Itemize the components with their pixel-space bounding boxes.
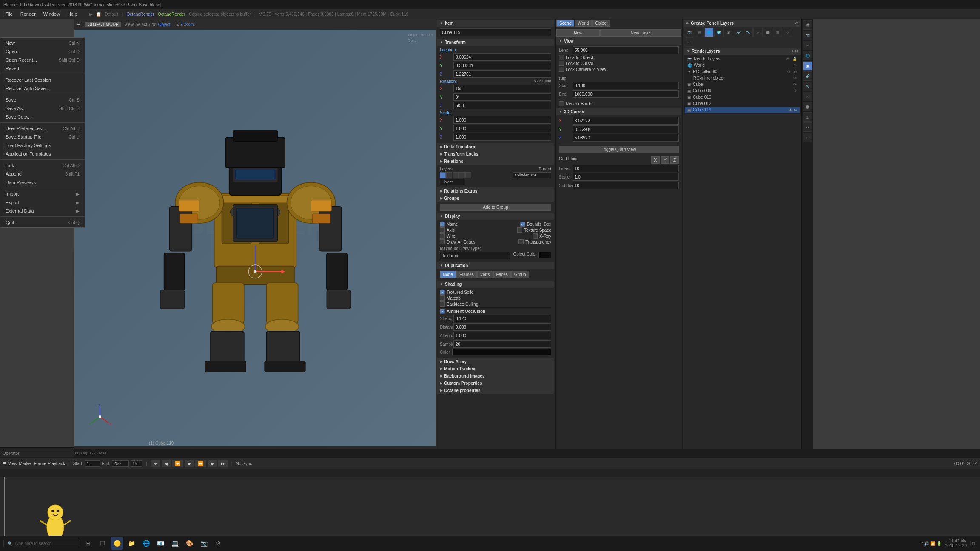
mode-selector[interactable]: OBJECT MODE	[85, 22, 121, 27]
location-y-input[interactable]	[453, 62, 551, 69]
taskbar-windows-icon[interactable]: ⊞	[82, 537, 94, 550]
prop-icon-render2[interactable]: 🎬	[695, 28, 704, 37]
menu-item-save-startup[interactable]: Save Startup FileCtrl U	[0, 133, 85, 141]
scene-item-renderlayers[interactable]: 📷 RenderLayers 👁 🔒	[685, 56, 800, 62]
taskbar-app-6[interactable]: 📷	[197, 537, 210, 550]
menu-item-external-data[interactable]: External Data▶	[0, 207, 85, 215]
menu-item-data-previews[interactable]: Data Previews	[0, 178, 85, 187]
axis-checkbox[interactable]	[440, 227, 445, 233]
ao-strength-input[interactable]	[453, 315, 551, 322]
duplication-frames-btn[interactable]: Frames	[456, 271, 477, 278]
lock-to-cursor-checkbox[interactable]	[559, 61, 564, 66]
render-border-checkbox[interactable]	[559, 101, 564, 106]
viewport[interactable]: ☰ | OBJECT MODE View Select Add Object Z…	[74, 19, 436, 457]
menu-item-import[interactable]: Import▶	[0, 190, 85, 198]
start-menu[interactable]: 🔍 Type here to search	[3, 540, 80, 547]
cursor-z-input[interactable]	[573, 134, 679, 142]
play-prev-keyframe-btn[interactable]: ⏪	[172, 460, 183, 467]
object-color-swatch[interactable]	[538, 252, 551, 258]
grid-z-btn[interactable]: Z	[670, 156, 679, 164]
menu-item-revert[interactable]: Revert	[0, 64, 85, 73]
menu-item-open[interactable]: Open...Ctrl O	[0, 47, 85, 56]
timeline-start-frame[interactable]	[85, 460, 100, 467]
menu-item-link[interactable]: LinkCtrl Alt O	[0, 161, 85, 170]
object-name-input[interactable]	[440, 28, 551, 36]
scale-y-input[interactable]	[453, 125, 551, 132]
timeline-playback-btn[interactable]: Playback	[48, 461, 66, 466]
rotation-x-input[interactable]	[453, 85, 551, 92]
duplication-none-btn[interactable]: None	[440, 271, 456, 278]
taskbar-app-2[interactable]: 🌐	[140, 537, 152, 550]
menu-item-recover-auto[interactable]: Recover Auto Save...	[0, 84, 85, 93]
layer-btn-1[interactable]	[440, 172, 446, 178]
wire-checkbox[interactable]	[440, 233, 445, 239]
parent-input[interactable]	[513, 172, 551, 178]
location-x-input[interactable]	[453, 53, 551, 61]
timeline-view-btn[interactable]: View	[8, 461, 17, 466]
ao-samples-input[interactable]	[453, 340, 551, 348]
menu-item-save-copy[interactable]: Save Copy...	[0, 113, 85, 121]
prop-icon-texture[interactable]: ◫	[773, 28, 782, 37]
new-scene-btn[interactable]: New	[556, 29, 600, 37]
prop-icon-scene[interactable]: 🌐	[704, 28, 714, 37]
prop-view-icon[interactable]: ≡	[803, 41, 812, 50]
menu-item-recover-last[interactable]: Recover Last Session	[0, 76, 85, 84]
lock-to-object-checkbox[interactable]	[559, 55, 564, 60]
new-layer-btn[interactable]: New Layer	[600, 29, 681, 37]
select-menu[interactable]: Select	[135, 22, 147, 27]
scene-item-rc-collar[interactable]: ▼ RC-collar.003 👁 ⊕	[685, 68, 800, 75]
play-next-frame-btn[interactable]: ▶	[208, 460, 217, 467]
ao-checkbox[interactable]: ✓	[440, 309, 445, 314]
prop-icon-material[interactable]: ⬤	[763, 28, 772, 37]
object-menu[interactable]: Object	[158, 22, 171, 27]
timeline-area-icon[interactable]: ☰	[3, 461, 6, 466]
taskbar-app-5[interactable]: 🎨	[183, 537, 196, 550]
play-jump-start-btn[interactable]: ⏮	[151, 460, 160, 467]
view-menu[interactable]: View	[125, 22, 134, 27]
timeline-fps[interactable]	[131, 460, 142, 467]
menu-help[interactable]: Help	[64, 11, 81, 17]
menu-file[interactable]: File	[2, 11, 16, 17]
lock-camera-checkbox[interactable]	[559, 67, 564, 72]
grid-subdivisions-input[interactable]	[573, 182, 679, 189]
ao-distance-input[interactable]	[453, 323, 551, 331]
ao-attenuation-input[interactable]	[453, 332, 551, 339]
gp-settings-icon[interactable]: ⚙	[795, 21, 799, 26]
taskbar-app-3[interactable]: 📧	[154, 537, 167, 550]
textured-solid-checkbox[interactable]: ✓	[440, 290, 445, 295]
render-layers-header[interactable]: ▼ RenderLayers + ✕	[684, 48, 801, 55]
layer-btn-2[interactable]	[446, 172, 452, 178]
keyframe-area[interactable]	[0, 477, 980, 541]
play-btn[interactable]: ▶	[185, 460, 194, 467]
grid-x-btn[interactable]: X	[651, 156, 660, 164]
layer-btn-3[interactable]	[453, 172, 459, 178]
matcap-checkbox[interactable]	[440, 295, 445, 301]
prop-modifier-icon[interactable]: 🔧	[803, 82, 812, 91]
prop-particle-icon[interactable]: ·:·	[803, 122, 812, 132]
prop-world-icon[interactable]: 🌐	[803, 51, 812, 60]
play-prev-frame-btn[interactable]: ◀	[162, 460, 171, 467]
timeline-marker-btn[interactable]: Marker	[19, 461, 32, 466]
taskbar-desktop-btn[interactable]: □	[970, 541, 977, 546]
duplication-faces-btn[interactable]: Faces	[493, 271, 511, 278]
relations-extras-header[interactable]: ▶ Relations Extras	[437, 187, 554, 195]
relations-header[interactable]: ▶ Relations	[437, 158, 554, 165]
cursor-x-input[interactable]	[573, 117, 679, 125]
prop-icon-particles[interactable]: ·:·	[783, 28, 792, 37]
scene-tab-btn[interactable]: Scene	[556, 20, 574, 27]
taskbar-blender-icon[interactable]: 🟡	[111, 537, 123, 550]
menu-item-load-factory[interactable]: Load Factory Settings	[0, 141, 85, 150]
renderlayers-remove-icon[interactable]: ✕	[795, 49, 798, 54]
menu-item-open-recent[interactable]: Open Recent...Shift Ctrl O	[0, 56, 85, 64]
background-images-header[interactable]: ▶ Background Images	[437, 372, 554, 380]
duplication-header[interactable]: ▼ Duplication	[437, 262, 554, 269]
transform-section-header[interactable]: ▼ Transform	[437, 39, 554, 46]
scale-z-input[interactable]	[453, 133, 551, 141]
view-section-header[interactable]: ▼ View	[556, 37, 681, 45]
world-tab-btn[interactable]: World	[575, 20, 592, 27]
texture-space-checkbox[interactable]	[517, 227, 522, 233]
duplication-verts-btn[interactable]: Verts	[477, 271, 493, 278]
groups-header[interactable]: ▶ Groups	[437, 195, 554, 202]
prop-icon-world[interactable]: 🌍	[714, 28, 724, 37]
object-tab-btn[interactable]: Object	[592, 20, 610, 27]
